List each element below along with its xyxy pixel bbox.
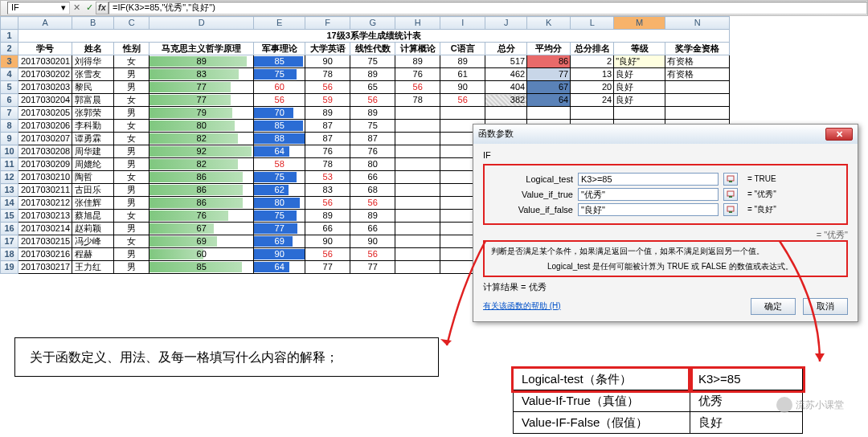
cell[interactable]: 79 xyxy=(149,107,254,120)
row-header[interactable]: 18 xyxy=(1,248,18,261)
cell[interactable] xyxy=(395,120,440,133)
cell[interactable]: 76 xyxy=(305,145,350,158)
row-header[interactable]: 3 xyxy=(1,55,18,68)
cell[interactable]: 86 xyxy=(527,55,571,68)
cell[interactable]: 89 xyxy=(440,55,485,68)
cell[interactable]: 20 xyxy=(571,81,614,94)
row-header[interactable]: 8 xyxy=(1,120,18,133)
cell[interactable]: 2017030201 xyxy=(18,55,72,68)
range-select-icon[interactable] xyxy=(723,203,738,216)
cell[interactable]: 89 xyxy=(350,107,395,120)
cell[interactable]: 赵莉颖 xyxy=(72,223,114,235)
accept-icon[interactable]: ✓ xyxy=(83,2,96,13)
cell[interactable]: 男 xyxy=(114,158,149,171)
cell[interactable] xyxy=(395,171,440,184)
cell[interactable]: 66 xyxy=(350,171,395,184)
cell[interactable]: 郭富晨 xyxy=(72,94,114,107)
row-header[interactable]: 17 xyxy=(1,235,18,248)
cell[interactable]: 86 xyxy=(149,197,254,210)
cell[interactable]: 89 xyxy=(149,55,254,68)
col-header[interactable]: B xyxy=(72,17,114,30)
row-header[interactable]: 15 xyxy=(1,210,18,223)
row-header[interactable]: 14 xyxy=(1,197,18,210)
row-header[interactable]: 12 xyxy=(1,171,18,184)
cell[interactable]: 男 xyxy=(114,248,149,261)
cell[interactable]: 男 xyxy=(114,68,149,81)
cell[interactable]: 蔡旭昆 xyxy=(72,210,114,223)
cell[interactable]: 89 xyxy=(305,107,350,120)
cell[interactable]: 2017030209 xyxy=(18,158,72,171)
cell[interactable]: 张郭荣 xyxy=(72,107,114,120)
close-icon[interactable]: ✕ xyxy=(825,128,853,141)
cell[interactable]: 59 xyxy=(305,94,350,107)
cell[interactable]: 404 xyxy=(485,81,527,94)
cell[interactable]: 有资格 xyxy=(665,68,730,81)
cell[interactable] xyxy=(665,81,730,94)
cell[interactable]: 77 xyxy=(305,261,350,274)
cell[interactable]: 75 xyxy=(350,55,395,68)
cell[interactable]: 女 xyxy=(114,120,149,133)
cell[interactable]: 女 xyxy=(114,235,149,248)
cell[interactable]: 周媲纶 xyxy=(72,158,114,171)
cell[interactable]: 2017030211 xyxy=(18,184,72,197)
cell[interactable]: 陶哲 xyxy=(72,171,114,184)
col-header[interactable]: G xyxy=(350,17,395,30)
cell[interactable]: 周华建 xyxy=(72,145,114,158)
cell[interactable]: 良好 xyxy=(614,94,665,107)
cell[interactable]: 56 xyxy=(350,94,395,107)
cell[interactable]: 60 xyxy=(149,248,254,261)
cell[interactable]: 65 xyxy=(350,81,395,94)
row-header[interactable]: 7 xyxy=(1,107,18,120)
cell[interactable]: 张佳辉 xyxy=(72,197,114,210)
col-header[interactable]: C xyxy=(114,17,149,30)
cell[interactable]: 2017030212 xyxy=(18,197,72,210)
cell[interactable]: 男 xyxy=(114,145,149,158)
cell[interactable]: 82 xyxy=(149,158,254,171)
cell[interactable]: 90 xyxy=(440,81,485,94)
cell[interactable]: 56 xyxy=(254,94,305,107)
cell[interactable] xyxy=(485,107,527,120)
cell[interactable] xyxy=(395,235,440,248)
name-box[interactable]: IF▾ xyxy=(7,2,70,14)
cell[interactable]: 87 xyxy=(305,133,350,145)
cell[interactable] xyxy=(440,107,485,120)
cell[interactable]: 60 xyxy=(254,81,305,94)
dialog-titlebar[interactable]: 函数参数 ✕ xyxy=(473,125,858,144)
col-header[interactable]: J xyxy=(485,17,527,30)
row-header[interactable]: 1 xyxy=(1,30,18,43)
cell[interactable]: 56 xyxy=(350,197,395,210)
cell[interactable]: 92 xyxy=(149,145,254,158)
cell[interactable]: 83 xyxy=(305,184,350,197)
cell[interactable]: 77 xyxy=(350,261,395,274)
cell[interactable] xyxy=(614,107,665,120)
cell[interactable]: 张雪友 xyxy=(72,68,114,81)
cell[interactable]: 77 xyxy=(527,68,571,81)
cell[interactable]: 56 xyxy=(350,248,395,261)
cell[interactable]: 女 xyxy=(114,94,149,107)
cell[interactable]: 64 xyxy=(254,145,305,158)
cell[interactable] xyxy=(395,184,440,197)
cell[interactable]: 男 xyxy=(114,107,149,120)
cell[interactable]: 85 xyxy=(254,120,305,133)
arg-input[interactable] xyxy=(578,173,719,186)
cell[interactable]: 女 xyxy=(114,133,149,145)
cell[interactable]: 王力红 xyxy=(72,261,114,274)
cell[interactable]: 有资格 xyxy=(665,55,730,68)
cell[interactable]: 76 xyxy=(350,145,395,158)
formula-input[interactable]: =IF(K3>=85,"优秀","良好") xyxy=(108,2,867,14)
row-header[interactable]: 5 xyxy=(1,81,18,94)
cell[interactable]: 89 xyxy=(305,210,350,223)
cell[interactable] xyxy=(395,158,440,171)
cell[interactable]: 56 xyxy=(305,197,350,210)
cell[interactable]: 李科勤 xyxy=(72,120,114,133)
arg-input[interactable] xyxy=(578,188,719,201)
cell[interactable]: 68 xyxy=(350,184,395,197)
arg-input[interactable] xyxy=(578,203,719,216)
cell[interactable]: 89 xyxy=(350,68,395,81)
cell[interactable]: 2017030207 xyxy=(18,133,72,145)
cell[interactable]: 2017030217 xyxy=(18,261,72,274)
cell[interactable]: 78 xyxy=(395,94,440,107)
cell[interactable]: 86 xyxy=(149,184,254,197)
cell[interactable]: 2017030215 xyxy=(18,235,72,248)
cell[interactable] xyxy=(395,248,440,261)
